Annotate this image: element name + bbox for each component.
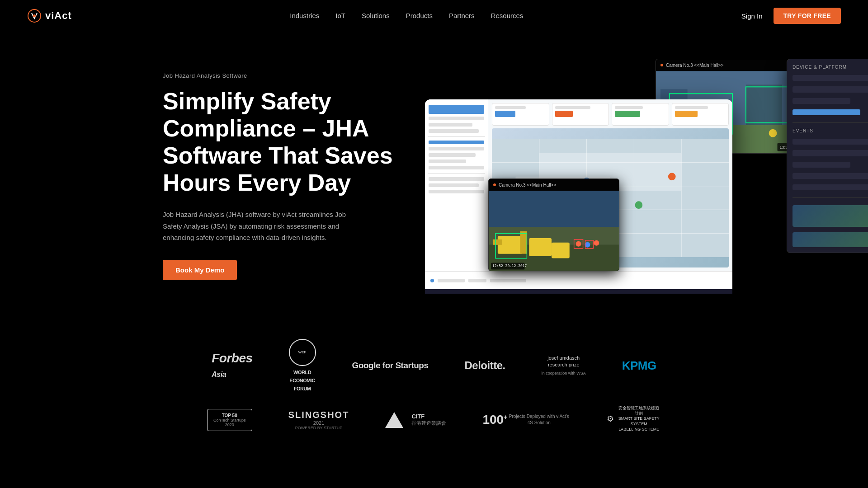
svg-rect-37	[498, 236, 523, 254]
hero-subtitle: Job Hazard Analysis Software	[163, 72, 407, 79]
hero-description: Job Hazard Analysis (JHA) software by vi…	[163, 209, 362, 244]
panel-item-5	[793, 139, 868, 145]
panel-item-6	[793, 150, 868, 156]
deloitte-text: Deloitte.	[465, 359, 505, 372]
svg-rect-40	[529, 238, 552, 256]
logos-row-1: ForbesAsia WEF WORLDECONOMICFORUM Google…	[45, 339, 823, 392]
panel-section-2-title: Events	[793, 128, 868, 133]
svg-rect-38	[493, 239, 502, 245]
construction-ground-view: 12:52 20.12.2017	[489, 191, 619, 271]
panel-item-3	[793, 98, 850, 104]
svg-point-43	[585, 242, 590, 248]
bar-line-3	[490, 279, 526, 282]
nav-partners[interactable]: Partners	[449, 12, 475, 19]
nav-industries[interactable]: Industries	[290, 12, 319, 19]
logos-row-2: TOP 50 ConTech Startups 2020 SLINGSHOT 2…	[45, 406, 823, 434]
logo-4s-scheme: ⚙ 安全智慧工地系統標籤計劃SMART SITE SAFETY SYSTEMLA…	[607, 406, 661, 434]
svg-rect-39	[520, 231, 527, 254]
right-info-panel: Device & Platform Events	[787, 59, 868, 253]
bar-line-2	[468, 279, 486, 282]
logo-google-startups: Google for Startups	[352, 361, 429, 371]
camera-mid-top-bar: Camera No.3 <<Main Hall>>	[489, 179, 619, 191]
100-count: 100+	[482, 413, 507, 427]
logo-kpmg: KPMG	[622, 359, 656, 373]
nav-links: Industries IoT Solutions Products Partne…	[290, 12, 523, 20]
book-demo-button[interactable]: Book My Demo	[163, 260, 237, 280]
svg-point-31	[668, 173, 676, 180]
status-dot	[430, 279, 434, 282]
panel-item-1	[793, 75, 868, 81]
logo-100-projects: 100+ Projects Deployed with viAct's 4S S…	[482, 413, 571, 427]
camera-mid-image: 12:52 20.12.2017	[489, 191, 619, 271]
panel-item-8	[793, 173, 868, 179]
svg-rect-34	[489, 191, 619, 227]
100-description: Projects Deployed with viAct's 4S Soluti…	[507, 413, 571, 426]
nav-iot[interactable]: IoT	[335, 12, 345, 19]
forbes-text: ForbesAsia	[212, 351, 252, 380]
svg-point-1	[33, 14, 36, 17]
svg-text:12:52  20.12.2017: 12:52 20.12.2017	[492, 264, 527, 268]
logo-top50: TOP 50 ConTech Startups 2020	[207, 409, 252, 431]
try-free-button[interactable]: TRY FOR FREE	[774, 8, 841, 24]
bar-line-1	[438, 279, 465, 282]
google-startups-text: Google for Startups	[352, 361, 429, 371]
svg-point-44	[594, 240, 599, 246]
logo-slingshot: SLINGSHOT 2021 POWERED BY STARTUP	[288, 410, 349, 430]
logo-forbes: ForbesAsia	[212, 351, 252, 380]
hero-text-block: Job Hazard Analysis Software Simplify Sa…	[163, 72, 407, 280]
svg-rect-41	[552, 243, 570, 258]
hero-title: Simplify Safety Compliance – JHA Softwar…	[163, 88, 407, 196]
logos-section: ForbesAsia WEF WORLDECONOMICFORUM Google…	[0, 321, 868, 452]
camera-recording-dot	[660, 64, 663, 66]
logo-wef: WEF WORLDECONOMICFORUM	[289, 339, 316, 392]
svg-rect-6	[746, 84, 782, 125]
brand-name: viAct	[45, 10, 72, 22]
panel-divider-1	[793, 122, 868, 123]
panel-divider-2	[793, 197, 868, 198]
nav-solutions[interactable]: Solutions	[362, 12, 390, 19]
dashboard-sidebar	[425, 99, 488, 271]
camera-top-label: Camera No.3 <<Main Hall>>	[666, 63, 723, 68]
panel-item-7	[793, 162, 850, 168]
camera-overlay-mid: Camera No.3 <<Main Hall>>	[488, 178, 619, 271]
svg-point-12	[769, 129, 777, 137]
wef-text: WORLDECONOMICFORUM	[289, 370, 315, 391]
laptop-bottom-bar	[425, 271, 732, 289]
nav-products[interactable]: Products	[406, 12, 433, 19]
logo-deloitte: Deloitte.	[465, 359, 505, 372]
nav-right: Sign In TRY FOR FREE	[741, 8, 841, 24]
logo-citf: CITF 香港建造業議會	[385, 412, 446, 428]
svg-point-29	[635, 201, 642, 209]
panel-thumbnail-1	[793, 205, 868, 226]
panel-item-2	[793, 86, 868, 92]
panel-item-4	[793, 109, 860, 115]
svg-point-42	[576, 241, 581, 247]
panel-section-1-title: Device & Platform	[793, 65, 868, 70]
hero-image-area: Camera No.3 <<Main Hall>>	[425, 59, 814, 294]
camera-mid-label: Camera No.3 <<Main Hall>>	[499, 183, 556, 188]
camera-mid-dot	[493, 183, 496, 186]
sign-in-button[interactable]: Sign In	[741, 12, 763, 20]
nav-resources[interactable]: Resources	[491, 12, 524, 19]
navbar: viAct Industries IoT Solutions Products …	[0, 0, 868, 32]
hero-section: Job Hazard Analysis Software Simplify Sa…	[0, 32, 868, 321]
citf-triangle-icon	[385, 412, 403, 428]
panel-thumbnail-2	[793, 232, 868, 247]
brand-logo[interactable]: viAct	[27, 9, 72, 23]
panel-item-9	[793, 184, 868, 190]
kpmg-text: KPMG	[622, 359, 656, 373]
logo-josef: josef umdaschresearch prize in cooperati…	[542, 355, 586, 377]
viact-logo-icon	[27, 9, 42, 23]
